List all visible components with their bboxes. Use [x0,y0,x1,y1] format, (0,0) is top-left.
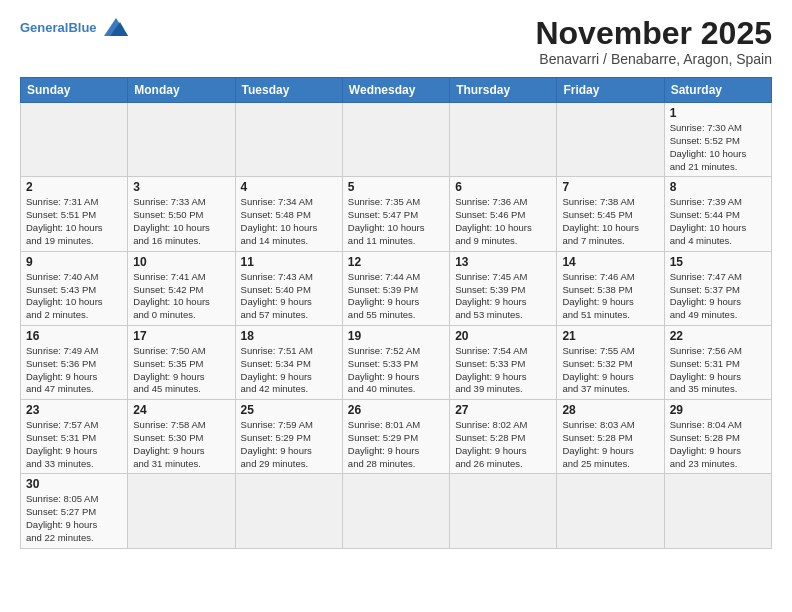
calendar-cell: 19Sunrise: 7:52 AM Sunset: 5:33 PM Dayli… [342,325,449,399]
day-number: 13 [455,255,551,269]
calendar-cell: 7Sunrise: 7:38 AM Sunset: 5:45 PM Daylig… [557,177,664,251]
calendar-week-row: 2Sunrise: 7:31 AM Sunset: 5:51 PM Daylig… [21,177,772,251]
header-sunday: Sunday [21,78,128,103]
calendar-cell [235,103,342,177]
calendar-cell [664,474,771,548]
calendar-cell [21,103,128,177]
day-info: Sunrise: 7:45 AM Sunset: 5:39 PM Dayligh… [455,271,551,322]
calendar-cell: 22Sunrise: 7:56 AM Sunset: 5:31 PM Dayli… [664,325,771,399]
logo-blue: Blue [68,20,96,35]
day-number: 20 [455,329,551,343]
day-number: 2 [26,180,122,194]
calendar-cell: 10Sunrise: 7:41 AM Sunset: 5:42 PM Dayli… [128,251,235,325]
day-number: 15 [670,255,766,269]
day-number: 26 [348,403,444,417]
header-friday: Friday [557,78,664,103]
logo-icon [100,16,132,38]
day-number: 29 [670,403,766,417]
title-block: November 2025 Benavarri / Benabarre, Ara… [535,16,772,67]
calendar-cell: 4Sunrise: 7:34 AM Sunset: 5:48 PM Daylig… [235,177,342,251]
day-number: 24 [133,403,229,417]
page: GeneralBlue November 2025 Benavarri / Be… [0,0,792,559]
day-number: 16 [26,329,122,343]
day-number: 18 [241,329,337,343]
day-info: Sunrise: 7:31 AM Sunset: 5:51 PM Dayligh… [26,196,122,247]
day-number: 12 [348,255,444,269]
calendar-cell [128,474,235,548]
day-info: Sunrise: 8:02 AM Sunset: 5:28 PM Dayligh… [455,419,551,470]
day-info: Sunrise: 7:40 AM Sunset: 5:43 PM Dayligh… [26,271,122,322]
day-info: Sunrise: 8:04 AM Sunset: 5:28 PM Dayligh… [670,419,766,470]
weekday-header-row: Sunday Monday Tuesday Wednesday Thursday… [21,78,772,103]
calendar-cell: 26Sunrise: 8:01 AM Sunset: 5:29 PM Dayli… [342,400,449,474]
calendar-cell: 8Sunrise: 7:39 AM Sunset: 5:44 PM Daylig… [664,177,771,251]
day-number: 10 [133,255,229,269]
header-tuesday: Tuesday [235,78,342,103]
day-info: Sunrise: 7:43 AM Sunset: 5:40 PM Dayligh… [241,271,337,322]
location: Benavarri / Benabarre, Aragon, Spain [535,51,772,67]
day-number: 27 [455,403,551,417]
calendar-week-row: 9Sunrise: 7:40 AM Sunset: 5:43 PM Daylig… [21,251,772,325]
header-thursday: Thursday [450,78,557,103]
day-number: 9 [26,255,122,269]
day-number: 7 [562,180,658,194]
calendar-cell: 17Sunrise: 7:50 AM Sunset: 5:35 PM Dayli… [128,325,235,399]
day-info: Sunrise: 7:50 AM Sunset: 5:35 PM Dayligh… [133,345,229,396]
calendar-cell [235,474,342,548]
day-info: Sunrise: 7:59 AM Sunset: 5:29 PM Dayligh… [241,419,337,470]
day-number: 11 [241,255,337,269]
calendar-cell: 2Sunrise: 7:31 AM Sunset: 5:51 PM Daylig… [21,177,128,251]
day-number: 23 [26,403,122,417]
calendar-cell: 24Sunrise: 7:58 AM Sunset: 5:30 PM Dayli… [128,400,235,474]
month-title: November 2025 [535,16,772,51]
calendar-week-row: 23Sunrise: 7:57 AM Sunset: 5:31 PM Dayli… [21,400,772,474]
day-number: 28 [562,403,658,417]
calendar-cell [557,474,664,548]
day-number: 22 [670,329,766,343]
day-info: Sunrise: 7:49 AM Sunset: 5:36 PM Dayligh… [26,345,122,396]
header-monday: Monday [128,78,235,103]
day-number: 21 [562,329,658,343]
day-info: Sunrise: 7:44 AM Sunset: 5:39 PM Dayligh… [348,271,444,322]
day-number: 5 [348,180,444,194]
day-info: Sunrise: 7:57 AM Sunset: 5:31 PM Dayligh… [26,419,122,470]
calendar-week-row: 30Sunrise: 8:05 AM Sunset: 5:27 PM Dayli… [21,474,772,548]
calendar-cell [342,103,449,177]
calendar-cell: 25Sunrise: 7:59 AM Sunset: 5:29 PM Dayli… [235,400,342,474]
calendar-cell: 14Sunrise: 7:46 AM Sunset: 5:38 PM Dayli… [557,251,664,325]
calendar-cell: 23Sunrise: 7:57 AM Sunset: 5:31 PM Dayli… [21,400,128,474]
day-info: Sunrise: 7:46 AM Sunset: 5:38 PM Dayligh… [562,271,658,322]
day-info: Sunrise: 7:38 AM Sunset: 5:45 PM Dayligh… [562,196,658,247]
day-info: Sunrise: 7:51 AM Sunset: 5:34 PM Dayligh… [241,345,337,396]
calendar-cell: 30Sunrise: 8:05 AM Sunset: 5:27 PM Dayli… [21,474,128,548]
calendar-cell [342,474,449,548]
calendar-cell [557,103,664,177]
calendar-cell: 3Sunrise: 7:33 AM Sunset: 5:50 PM Daylig… [128,177,235,251]
calendar-cell: 27Sunrise: 8:02 AM Sunset: 5:28 PM Dayli… [450,400,557,474]
calendar-cell: 29Sunrise: 8:04 AM Sunset: 5:28 PM Dayli… [664,400,771,474]
day-info: Sunrise: 7:35 AM Sunset: 5:47 PM Dayligh… [348,196,444,247]
day-info: Sunrise: 8:01 AM Sunset: 5:29 PM Dayligh… [348,419,444,470]
calendar-cell: 15Sunrise: 7:47 AM Sunset: 5:37 PM Dayli… [664,251,771,325]
calendar-cell: 13Sunrise: 7:45 AM Sunset: 5:39 PM Dayli… [450,251,557,325]
day-number: 8 [670,180,766,194]
day-number: 3 [133,180,229,194]
day-number: 4 [241,180,337,194]
calendar-week-row: 1Sunrise: 7:30 AM Sunset: 5:52 PM Daylig… [21,103,772,177]
calendar-cell: 16Sunrise: 7:49 AM Sunset: 5:36 PM Dayli… [21,325,128,399]
day-info: Sunrise: 7:33 AM Sunset: 5:50 PM Dayligh… [133,196,229,247]
logo: GeneralBlue [20,16,132,38]
header-saturday: Saturday [664,78,771,103]
day-number: 25 [241,403,337,417]
calendar: Sunday Monday Tuesday Wednesday Thursday… [20,77,772,549]
day-info: Sunrise: 7:41 AM Sunset: 5:42 PM Dayligh… [133,271,229,322]
day-number: 14 [562,255,658,269]
calendar-cell: 6Sunrise: 7:36 AM Sunset: 5:46 PM Daylig… [450,177,557,251]
calendar-cell: 28Sunrise: 8:03 AM Sunset: 5:28 PM Dayli… [557,400,664,474]
day-number: 19 [348,329,444,343]
calendar-cell: 20Sunrise: 7:54 AM Sunset: 5:33 PM Dayli… [450,325,557,399]
header: GeneralBlue November 2025 Benavarri / Be… [20,16,772,67]
day-number: 17 [133,329,229,343]
calendar-cell: 1Sunrise: 7:30 AM Sunset: 5:52 PM Daylig… [664,103,771,177]
day-info: Sunrise: 7:52 AM Sunset: 5:33 PM Dayligh… [348,345,444,396]
